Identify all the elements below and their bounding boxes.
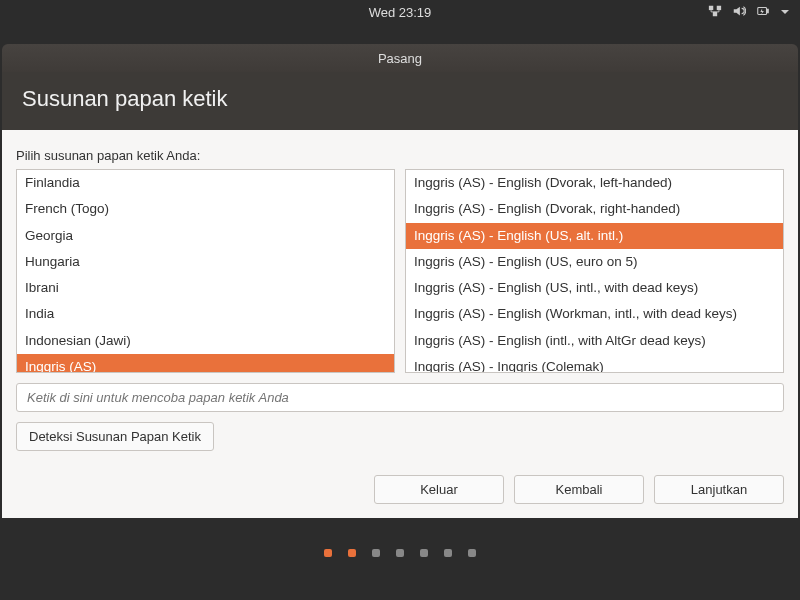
volume-icon[interactable] (732, 4, 746, 21)
back-button[interactable]: Kembali (514, 475, 644, 504)
list-item[interactable]: Inggris (AS) - English (US, euro on 5) (406, 249, 783, 275)
keyboard-test-input[interactable] (16, 383, 784, 412)
list-item[interactable]: India (17, 301, 394, 327)
dropdown-icon[interactable] (780, 5, 790, 20)
installer-window: Pilih susunan papan ketik Anda: Finlandi… (2, 130, 798, 518)
svg-rect-0 (709, 5, 713, 9)
progress-dot (444, 549, 452, 557)
top-menu-bar: Wed 23:19 (0, 0, 800, 24)
clock-text: Wed 23:19 (369, 5, 432, 20)
list-item[interactable]: Inggris (AS) (17, 354, 394, 373)
progress-dot (468, 549, 476, 557)
system-tray[interactable] (708, 4, 790, 21)
progress-dot (372, 549, 380, 557)
prompt-text: Pilih susunan papan ketik Anda: (16, 148, 784, 163)
progress-dots (0, 518, 800, 588)
list-item[interactable]: Inggris (AS) - English (intl., with AltG… (406, 328, 783, 354)
list-item[interactable]: Indonesian (Jawi) (17, 328, 394, 354)
progress-dot (420, 549, 428, 557)
page-heading: Susunan papan ketik (22, 86, 228, 111)
window-title: Pasang (378, 51, 422, 66)
quit-button[interactable]: Keluar (374, 475, 504, 504)
layout-country-list[interactable]: FinlandiaFrench (Togo)GeorgiaHungariaIbr… (16, 169, 395, 373)
list-item[interactable]: Inggris (AS) - English (US, alt. intl.) (406, 223, 783, 249)
list-item[interactable]: Georgia (17, 223, 394, 249)
detect-layout-button[interactable]: Deteksi Susunan Papan Ketik (16, 422, 214, 451)
window-titlebar: Pasang (2, 44, 798, 72)
svg-rect-4 (767, 9, 769, 13)
list-item[interactable]: Inggris (AS) - English (Workman, intl., … (406, 301, 783, 327)
continue-button[interactable]: Lanjutkan (654, 475, 784, 504)
svg-rect-1 (717, 5, 721, 9)
list-item[interactable]: French (Togo) (17, 196, 394, 222)
progress-dot (396, 549, 404, 557)
layout-variant-list[interactable]: Inggris (AS) - English (Dvorak, left-han… (405, 169, 784, 373)
network-icon[interactable] (708, 4, 722, 21)
progress-dot (324, 549, 332, 557)
progress-dot (348, 549, 356, 557)
list-item[interactable]: Inggris (AS) - Inggris (Colemak) (406, 354, 783, 373)
list-item[interactable]: Inggris (AS) - English (Dvorak, left-han… (406, 170, 783, 196)
list-item[interactable]: Hungaria (17, 249, 394, 275)
list-item[interactable]: Ibrani (17, 275, 394, 301)
battery-icon[interactable] (756, 4, 770, 21)
list-item[interactable]: Inggris (AS) - English (Dvorak, right-ha… (406, 196, 783, 222)
list-item[interactable]: Finlandia (17, 170, 394, 196)
page-heading-bar: Susunan papan ketik (2, 72, 798, 130)
list-item[interactable]: Inggris (AS) - English (US, intl., with … (406, 275, 783, 301)
